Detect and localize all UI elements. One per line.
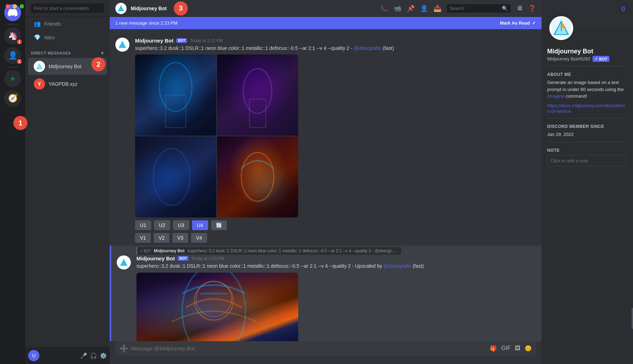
variation-buttons-row: V1 V2 V3 V4	[135, 233, 536, 243]
add-attachment-icon[interactable]: ➕	[120, 344, 128, 353]
right-panel-banner: {}	[542, 0, 633, 28]
nitro-label: Nitro	[44, 35, 55, 40]
about-me-title: ABOUT ME	[547, 72, 627, 77]
help-icon[interactable]: ❓	[528, 5, 536, 12]
maximize-button[interactable]	[20, 4, 24, 8]
emoji-icon[interactable]: 😊	[525, 345, 532, 352]
refresh-button[interactable]: 🔄	[211, 220, 227, 230]
message-timestamp-1: Today at 2:21 PM	[190, 38, 223, 43]
midjourney-avatar	[34, 61, 45, 72]
settings-icon[interactable]: ⚙️	[100, 352, 107, 359]
new-message-banner: 1 new message since 2:23 PM Mark As Read…	[110, 17, 542, 29]
sticker-icon[interactable]: 🖼	[515, 345, 520, 352]
code-icon: {}	[618, 3, 629, 14]
chat-header-avatar	[115, 3, 127, 14]
video-icon[interactable]: 📹	[394, 5, 401, 12]
server-sidebar: 🦄 1 👤 1 + 🧭 1	[0, 0, 25, 364]
headset-icon[interactable]: 🎧	[90, 352, 97, 359]
step-badge-3: 3	[174, 1, 188, 15]
grid-image-1[interactable]	[135, 54, 216, 136]
nitro-nav-item[interactable]: 💎 Nitro	[28, 31, 107, 44]
friends-nav-item[interactable]: 👥 Friends	[28, 18, 107, 30]
minimize-button[interactable]	[13, 4, 17, 8]
gif-icon[interactable]: GIF	[501, 345, 511, 352]
server-icon-user[interactable]: 👤 1	[4, 47, 21, 64]
header-search-input[interactable]	[450, 6, 499, 11]
chat-header-name: Midjourney Bot	[131, 6, 167, 11]
dm-sidebar: 👥 Friends 💎 Nitro DIRECT MESSAGES + Midj…	[25, 0, 110, 364]
mute-icon[interactable]: 🎤	[80, 352, 87, 359]
dm-section-header: DIRECT MESSAGES +	[25, 44, 110, 58]
u4-button[interactable]: U4	[192, 220, 208, 230]
bot-icon-small: ✓ BOT	[140, 249, 151, 253]
notification-badge-1: 1	[16, 39, 23, 45]
right-panel-bot-badge: ✓ BOT	[593, 56, 609, 62]
note-input[interactable]: Click to add a note	[547, 155, 627, 167]
window-icon[interactable]: 🖥	[516, 5, 523, 12]
add-friend-icon[interactable]: 👤	[420, 5, 428, 12]
inbox-icon[interactable]: 📥	[434, 5, 441, 12]
new-message-text: 1 new message since 2:23 PM	[115, 20, 178, 26]
step-badge-2-container: 2	[91, 57, 106, 71]
right-panel-tag: Midjourney Bot#9282	[547, 56, 590, 61]
main-chat: Midjourney Bot 3 📞 📹 📌 👤 📥 🔍 🖥 ❓ 1 new m…	[110, 0, 542, 364]
image-grid-1	[135, 54, 298, 217]
grid-image-2[interactable]	[217, 54, 298, 136]
explore-servers-button[interactable]: 🧭	[4, 90, 21, 107]
v4-button[interactable]: V4	[191, 233, 207, 243]
imagine-command-link[interactable]: /imagine	[547, 93, 564, 99]
grid-image-3[interactable]	[135, 136, 216, 217]
divider-3	[547, 142, 627, 142]
checkmark-icon: ✓	[532, 20, 536, 26]
svg-point-7	[243, 69, 272, 113]
u2-button[interactable]: U2	[154, 220, 170, 230]
right-panel-body: Midjourney Bot Midjourney Bot#9282 ✓ BOT…	[542, 45, 633, 172]
message-input[interactable]	[131, 341, 487, 356]
midjourney-bot-name: Midjourney Bot	[49, 64, 91, 69]
message-input-area: ➕ 🎁 GIF 🖼 😊	[110, 341, 542, 364]
phone-icon[interactable]: 📞	[380, 5, 388, 12]
messages-area[interactable]: Midjourney Bot BOT Today at 2:21 PM supe…	[110, 29, 542, 341]
about-me-text: Generate an image based on a text prompt…	[547, 79, 627, 100]
reply-author: Midjourney Bot	[154, 248, 184, 253]
close-button[interactable]	[6, 4, 10, 8]
u3-button[interactable]: U3	[173, 220, 189, 230]
message-group-2: ✓ BOT Midjourney Bot superhero::3.2 dusk…	[110, 246, 542, 341]
mark-as-read-label: Mark As Read	[500, 20, 530, 26]
right-panel-name-area: Midjourney Bot Midjourney Bot#9282 ✓ BOT	[547, 48, 627, 62]
yagpdb-avatar: Y	[34, 78, 45, 90]
v1-button[interactable]: V1	[135, 233, 151, 243]
server-icon-unicorn[interactable]: 🦄 1	[4, 27, 21, 44]
u1-button[interactable]: U1	[135, 220, 151, 230]
mention-1: @deezgrafix	[354, 45, 382, 51]
v2-button[interactable]: V2	[154, 233, 170, 243]
add-dm-button[interactable]: +	[101, 50, 104, 56]
dm-user-yagpdb[interactable]: Y YAGPDB.xyz	[28, 76, 107, 92]
svg-point-15	[182, 273, 245, 342]
scrollbar-thumb[interactable]	[632, 308, 633, 329]
mark-as-read-button[interactable]: Mark As Read ✓	[500, 20, 536, 26]
server-divider	[7, 24, 18, 25]
svg-rect-19	[205, 292, 223, 297]
gift-icon[interactable]: 🎁	[490, 345, 497, 352]
message-text-2: superhero::3.2 dusk::1 DSLR::1 neon blue…	[136, 263, 536, 269]
member-since-date: Jan 29, 2022	[547, 131, 627, 138]
yagpdb-name: YAGPDB.xyz	[49, 81, 101, 87]
terms-link[interactable]: https://docs.midjourney.com/docs/terms-o…	[547, 103, 625, 114]
message-content-1: Midjourney Bot BOT Today at 2:21 PM supe…	[135, 38, 536, 243]
v3-button[interactable]: V3	[172, 233, 188, 243]
upscale-buttons-row: U1 U2 U3 U4 🔄	[135, 220, 536, 230]
dm-search-input[interactable]	[31, 4, 104, 13]
message-content-2: Midjourney Bot BOT Today at 2:23 PM supe…	[136, 255, 536, 341]
pin-icon[interactable]: 📌	[407, 5, 415, 12]
current-user-avatar: U	[28, 350, 39, 361]
user-panel: U 🎤 🎧 ⚙️	[25, 347, 110, 364]
grid-image-4[interactable]	[217, 136, 298, 217]
message-input-box: ➕ 🎁 GIF 🖼 😊	[115, 341, 536, 356]
message-group-1: Midjourney Bot BOT Today at 2:21 PM supe…	[110, 35, 542, 246]
upscaled-image[interactable]	[136, 273, 298, 342]
search-icon: 🔍	[502, 6, 508, 11]
add-server-button[interactable]: +	[4, 70, 21, 87]
reply-indicator: ✓ BOT Midjourney Bot superhero::3.2 dusk…	[136, 247, 401, 255]
note-title: NOTE	[547, 148, 627, 153]
